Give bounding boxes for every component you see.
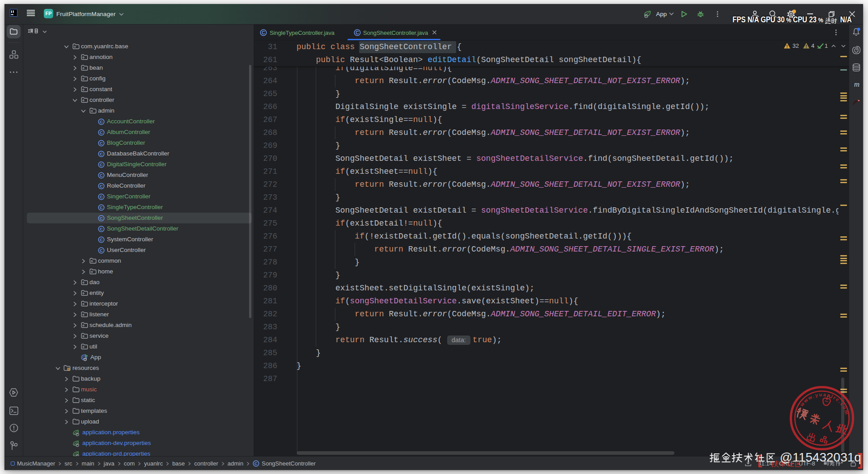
svg-text:C: C xyxy=(100,205,103,210)
svg-text:C: C xyxy=(100,184,103,189)
svg-text:C: C xyxy=(100,151,103,156)
svg-text:C: C xyxy=(100,248,103,253)
svg-text:C: C xyxy=(100,119,103,124)
svg-text:C: C xyxy=(100,130,103,135)
svg-text:C: C xyxy=(100,173,103,178)
svg-text:C: C xyxy=(100,141,103,146)
svg-text:C: C xyxy=(254,461,258,466)
svg-text:C: C xyxy=(100,227,103,231)
svg-text:C: C xyxy=(262,30,265,35)
svg-text:C: C xyxy=(100,237,103,242)
svg-text:C: C xyxy=(100,216,103,221)
svg-text:C: C xyxy=(100,162,103,167)
svg-text:C: C xyxy=(100,194,103,199)
